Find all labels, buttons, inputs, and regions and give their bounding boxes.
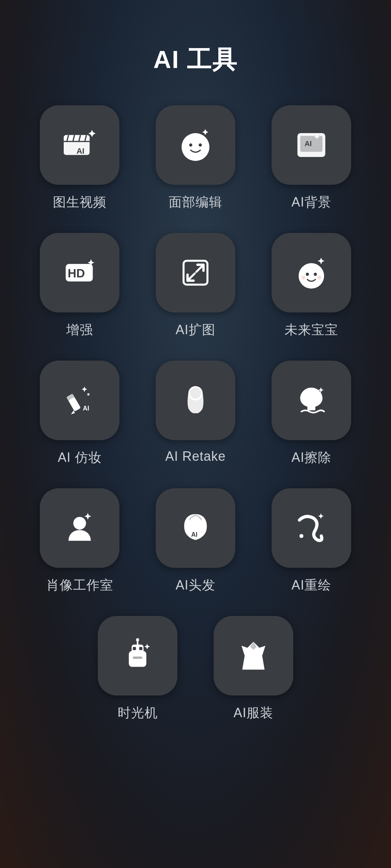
tool-label-ai-erase: AI擦除 [291, 449, 331, 467]
svg-rect-36 [133, 647, 136, 650]
tool-label-time-machine: 时光机 [118, 704, 158, 722]
tool-img-to-video[interactable]: AI 图生视频 [40, 105, 119, 211]
ai-erase-icon [291, 380, 331, 420]
svg-rect-37 [139, 647, 142, 650]
svg-point-27 [190, 388, 201, 399]
tool-label-ai-expand: AI扩图 [176, 321, 215, 339]
portrait-studio-icon [60, 508, 100, 548]
tool-label-ai-makeup: AI 仿妆 [58, 449, 101, 467]
tool-icon-img-to-video: AI [40, 105, 119, 185]
svg-point-28 [73, 517, 86, 529]
enhance-icon: HD [60, 253, 100, 293]
future-baby-icon [291, 253, 331, 293]
tool-portrait-studio[interactable]: 肖像工作室 [40, 488, 119, 594]
tool-label-ai-retake: AI Retake [165, 449, 226, 464]
tools-grid: AI 图生视频 面部编辑 [40, 105, 351, 594]
tool-icon-future-baby [272, 233, 351, 312]
tool-ai-hair[interactable]: AI AI头发 [156, 488, 235, 594]
tool-face-edit[interactable]: 面部编辑 [156, 105, 235, 211]
tool-icon-ai-hair: AI [156, 488, 235, 568]
svg-point-24 [87, 393, 90, 396]
tool-icon-face-edit [156, 105, 235, 185]
tool-label-ai-repaint: AI重绘 [291, 576, 331, 594]
ai-repaint-icon [291, 508, 331, 548]
svg-text:AI: AI [304, 140, 312, 148]
tool-icon-ai-erase [272, 361, 351, 440]
svg-point-20 [302, 276, 306, 280]
tool-label-face-edit: 面部编辑 [169, 193, 222, 211]
ai-hair-icon: AI [176, 508, 215, 548]
svg-point-19 [314, 273, 317, 276]
tools-last-row: 时光机 AI服装 [98, 616, 293, 722]
tool-label-ai-hair: AI头发 [176, 576, 215, 594]
time-machine-icon [118, 636, 157, 676]
face-edit-icon [176, 125, 215, 165]
page-title: AI 工具 [154, 43, 238, 76]
tool-label-portrait-studio: 肖像工作室 [46, 576, 113, 594]
tool-icon-ai-retake [156, 361, 235, 440]
tool-ai-background[interactable]: AI AI背景 [272, 105, 351, 211]
tool-label-img-to-video: 图生视频 [53, 193, 106, 211]
tool-ai-makeup[interactable]: AI AI 仿妆 [40, 361, 119, 467]
tool-ai-outfit[interactable]: AI服装 [214, 616, 293, 722]
svg-text:AI: AI [76, 146, 84, 156]
tool-ai-repaint[interactable]: AI重绘 [272, 488, 351, 594]
tool-ai-erase[interactable]: AI擦除 [272, 361, 351, 467]
tool-icon-ai-makeup: AI [40, 361, 119, 440]
svg-rect-38 [133, 656, 142, 659]
tool-icon-ai-repaint [272, 488, 351, 568]
svg-point-9 [189, 144, 192, 147]
svg-text:AI: AI [83, 405, 89, 412]
svg-point-35 [136, 638, 139, 642]
ai-expand-icon [176, 253, 215, 293]
svg-point-29 [83, 521, 85, 523]
svg-text:AI: AI [191, 531, 198, 538]
svg-point-31 [299, 534, 303, 538]
ai-retake-icon [176, 380, 215, 420]
tool-label-future-baby: 未来宝宝 [285, 321, 338, 339]
tool-future-baby[interactable]: 未来宝宝 [272, 233, 351, 339]
tool-icon-time-machine [98, 616, 177, 695]
ai-outfit-icon [234, 636, 273, 676]
tool-label-ai-background: AI背景 [291, 193, 331, 211]
tool-icon-portrait-studio [40, 488, 119, 568]
tool-label-ai-outfit: AI服装 [234, 704, 273, 722]
tool-icon-ai-expand [156, 233, 235, 312]
svg-rect-32 [129, 651, 146, 667]
tool-ai-retake[interactable]: AI Retake [156, 361, 235, 467]
tool-icon-enhance: HD [40, 233, 119, 312]
svg-point-8 [182, 133, 210, 161]
img-to-video-icon: AI [60, 125, 100, 165]
tool-ai-expand[interactable]: AI扩图 [156, 233, 235, 339]
svg-text:HD: HD [68, 267, 85, 280]
ai-makeup-icon: AI [60, 380, 100, 420]
tool-icon-ai-background: AI [272, 105, 351, 185]
tool-time-machine[interactable]: 时光机 [98, 616, 177, 722]
svg-point-21 [318, 276, 321, 280]
ai-background-icon: AI [291, 125, 331, 165]
tool-icon-ai-outfit [214, 616, 293, 695]
svg-point-10 [199, 144, 202, 147]
svg-point-18 [306, 273, 309, 276]
tool-label-enhance: 增强 [66, 321, 93, 339]
tool-enhance[interactable]: HD 增强 [40, 233, 119, 339]
